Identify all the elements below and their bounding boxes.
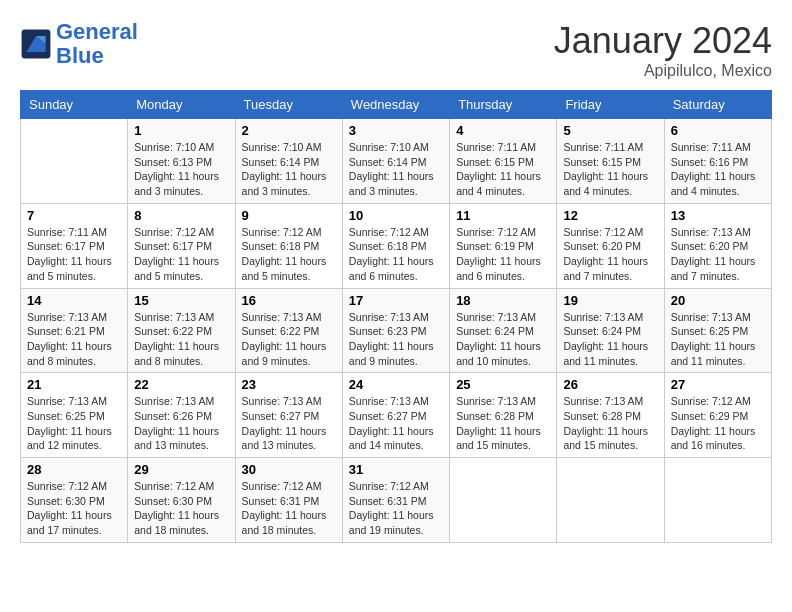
day-number: 14 bbox=[27, 293, 121, 308]
day-number: 2 bbox=[242, 123, 336, 138]
day-number: 23 bbox=[242, 377, 336, 392]
day-cell: 8Sunrise: 7:12 AM Sunset: 6:17 PM Daylig… bbox=[128, 203, 235, 288]
day-number: 21 bbox=[27, 377, 121, 392]
day-cell: 30Sunrise: 7:12 AM Sunset: 6:31 PM Dayli… bbox=[235, 458, 342, 543]
day-info: Sunrise: 7:13 AM Sunset: 6:21 PM Dayligh… bbox=[27, 310, 121, 369]
day-cell: 16Sunrise: 7:13 AM Sunset: 6:22 PM Dayli… bbox=[235, 288, 342, 373]
day-header-sunday: Sunday bbox=[21, 91, 128, 119]
logo: General Blue bbox=[20, 20, 138, 68]
day-number: 25 bbox=[456, 377, 550, 392]
day-number: 28 bbox=[27, 462, 121, 477]
day-number: 11 bbox=[456, 208, 550, 223]
day-number: 24 bbox=[349, 377, 443, 392]
day-cell: 4Sunrise: 7:11 AM Sunset: 6:15 PM Daylig… bbox=[450, 119, 557, 204]
day-cell: 2Sunrise: 7:10 AM Sunset: 6:14 PM Daylig… bbox=[235, 119, 342, 204]
day-number: 26 bbox=[563, 377, 657, 392]
day-cell: 23Sunrise: 7:13 AM Sunset: 6:27 PM Dayli… bbox=[235, 373, 342, 458]
day-cell: 29Sunrise: 7:12 AM Sunset: 6:30 PM Dayli… bbox=[128, 458, 235, 543]
day-number: 7 bbox=[27, 208, 121, 223]
day-info: Sunrise: 7:13 AM Sunset: 6:24 PM Dayligh… bbox=[456, 310, 550, 369]
page-header: General Blue January 2024 Apipilulco, Me… bbox=[20, 20, 772, 80]
day-info: Sunrise: 7:12 AM Sunset: 6:17 PM Dayligh… bbox=[134, 225, 228, 284]
day-info: Sunrise: 7:12 AM Sunset: 6:30 PM Dayligh… bbox=[27, 479, 121, 538]
day-number: 10 bbox=[349, 208, 443, 223]
week-row-4: 21Sunrise: 7:13 AM Sunset: 6:25 PM Dayli… bbox=[21, 373, 772, 458]
day-info: Sunrise: 7:13 AM Sunset: 6:20 PM Dayligh… bbox=[671, 225, 765, 284]
day-info: Sunrise: 7:11 AM Sunset: 6:16 PM Dayligh… bbox=[671, 140, 765, 199]
day-info: Sunrise: 7:13 AM Sunset: 6:23 PM Dayligh… bbox=[349, 310, 443, 369]
location: Apipilulco, Mexico bbox=[554, 62, 772, 80]
day-number: 4 bbox=[456, 123, 550, 138]
day-cell bbox=[557, 458, 664, 543]
day-number: 19 bbox=[563, 293, 657, 308]
day-number: 5 bbox=[563, 123, 657, 138]
day-info: Sunrise: 7:13 AM Sunset: 6:24 PM Dayligh… bbox=[563, 310, 657, 369]
day-info: Sunrise: 7:13 AM Sunset: 6:27 PM Dayligh… bbox=[349, 394, 443, 453]
day-info: Sunrise: 7:12 AM Sunset: 6:31 PM Dayligh… bbox=[242, 479, 336, 538]
day-info: Sunrise: 7:12 AM Sunset: 6:31 PM Dayligh… bbox=[349, 479, 443, 538]
logo-icon bbox=[20, 28, 52, 60]
day-number: 6 bbox=[671, 123, 765, 138]
day-number: 1 bbox=[134, 123, 228, 138]
day-cell: 7Sunrise: 7:11 AM Sunset: 6:17 PM Daylig… bbox=[21, 203, 128, 288]
day-cell: 28Sunrise: 7:12 AM Sunset: 6:30 PM Dayli… bbox=[21, 458, 128, 543]
day-info: Sunrise: 7:12 AM Sunset: 6:19 PM Dayligh… bbox=[456, 225, 550, 284]
day-header-wednesday: Wednesday bbox=[342, 91, 449, 119]
day-info: Sunrise: 7:13 AM Sunset: 6:28 PM Dayligh… bbox=[563, 394, 657, 453]
day-header-monday: Monday bbox=[128, 91, 235, 119]
day-cell: 5Sunrise: 7:11 AM Sunset: 6:15 PM Daylig… bbox=[557, 119, 664, 204]
day-cell: 11Sunrise: 7:12 AM Sunset: 6:19 PM Dayli… bbox=[450, 203, 557, 288]
day-cell: 24Sunrise: 7:13 AM Sunset: 6:27 PM Dayli… bbox=[342, 373, 449, 458]
logo-text: General Blue bbox=[56, 20, 138, 68]
day-header-saturday: Saturday bbox=[664, 91, 771, 119]
day-cell bbox=[21, 119, 128, 204]
day-cell: 21Sunrise: 7:13 AM Sunset: 6:25 PM Dayli… bbox=[21, 373, 128, 458]
day-info: Sunrise: 7:11 AM Sunset: 6:15 PM Dayligh… bbox=[563, 140, 657, 199]
day-cell: 1Sunrise: 7:10 AM Sunset: 6:13 PM Daylig… bbox=[128, 119, 235, 204]
day-cell: 6Sunrise: 7:11 AM Sunset: 6:16 PM Daylig… bbox=[664, 119, 771, 204]
day-number: 17 bbox=[349, 293, 443, 308]
day-info: Sunrise: 7:12 AM Sunset: 6:29 PM Dayligh… bbox=[671, 394, 765, 453]
day-cell: 15Sunrise: 7:13 AM Sunset: 6:22 PM Dayli… bbox=[128, 288, 235, 373]
day-cell: 25Sunrise: 7:13 AM Sunset: 6:28 PM Dayli… bbox=[450, 373, 557, 458]
calendar-table: SundayMondayTuesdayWednesdayThursdayFrid… bbox=[20, 90, 772, 543]
day-info: Sunrise: 7:10 AM Sunset: 6:14 PM Dayligh… bbox=[349, 140, 443, 199]
day-cell: 10Sunrise: 7:12 AM Sunset: 6:18 PM Dayli… bbox=[342, 203, 449, 288]
day-header-tuesday: Tuesday bbox=[235, 91, 342, 119]
day-info: Sunrise: 7:13 AM Sunset: 6:25 PM Dayligh… bbox=[27, 394, 121, 453]
day-header-thursday: Thursday bbox=[450, 91, 557, 119]
day-info: Sunrise: 7:10 AM Sunset: 6:14 PM Dayligh… bbox=[242, 140, 336, 199]
day-cell: 3Sunrise: 7:10 AM Sunset: 6:14 PM Daylig… bbox=[342, 119, 449, 204]
logo-line2: Blue bbox=[56, 43, 104, 68]
day-cell: 13Sunrise: 7:13 AM Sunset: 6:20 PM Dayli… bbox=[664, 203, 771, 288]
day-cell: 14Sunrise: 7:13 AM Sunset: 6:21 PM Dayli… bbox=[21, 288, 128, 373]
day-number: 8 bbox=[134, 208, 228, 223]
day-cell bbox=[450, 458, 557, 543]
day-info: Sunrise: 7:12 AM Sunset: 6:30 PM Dayligh… bbox=[134, 479, 228, 538]
day-number: 29 bbox=[134, 462, 228, 477]
day-info: Sunrise: 7:11 AM Sunset: 6:17 PM Dayligh… bbox=[27, 225, 121, 284]
day-info: Sunrise: 7:12 AM Sunset: 6:18 PM Dayligh… bbox=[349, 225, 443, 284]
day-cell bbox=[664, 458, 771, 543]
day-info: Sunrise: 7:11 AM Sunset: 6:15 PM Dayligh… bbox=[456, 140, 550, 199]
day-number: 16 bbox=[242, 293, 336, 308]
week-row-2: 7Sunrise: 7:11 AM Sunset: 6:17 PM Daylig… bbox=[21, 203, 772, 288]
day-number: 20 bbox=[671, 293, 765, 308]
day-number: 9 bbox=[242, 208, 336, 223]
day-cell: 22Sunrise: 7:13 AM Sunset: 6:26 PM Dayli… bbox=[128, 373, 235, 458]
day-number: 3 bbox=[349, 123, 443, 138]
day-info: Sunrise: 7:13 AM Sunset: 6:22 PM Dayligh… bbox=[134, 310, 228, 369]
day-number: 18 bbox=[456, 293, 550, 308]
day-number: 22 bbox=[134, 377, 228, 392]
day-cell: 26Sunrise: 7:13 AM Sunset: 6:28 PM Dayli… bbox=[557, 373, 664, 458]
day-info: Sunrise: 7:10 AM Sunset: 6:13 PM Dayligh… bbox=[134, 140, 228, 199]
logo-line1: General bbox=[56, 19, 138, 44]
day-number: 27 bbox=[671, 377, 765, 392]
day-info: Sunrise: 7:13 AM Sunset: 6:22 PM Dayligh… bbox=[242, 310, 336, 369]
day-info: Sunrise: 7:13 AM Sunset: 6:27 PM Dayligh… bbox=[242, 394, 336, 453]
day-cell: 12Sunrise: 7:12 AM Sunset: 6:20 PM Dayli… bbox=[557, 203, 664, 288]
day-info: Sunrise: 7:13 AM Sunset: 6:25 PM Dayligh… bbox=[671, 310, 765, 369]
month-year: January 2024 bbox=[554, 20, 772, 62]
day-cell: 31Sunrise: 7:12 AM Sunset: 6:31 PM Dayli… bbox=[342, 458, 449, 543]
week-row-5: 28Sunrise: 7:12 AM Sunset: 6:30 PM Dayli… bbox=[21, 458, 772, 543]
